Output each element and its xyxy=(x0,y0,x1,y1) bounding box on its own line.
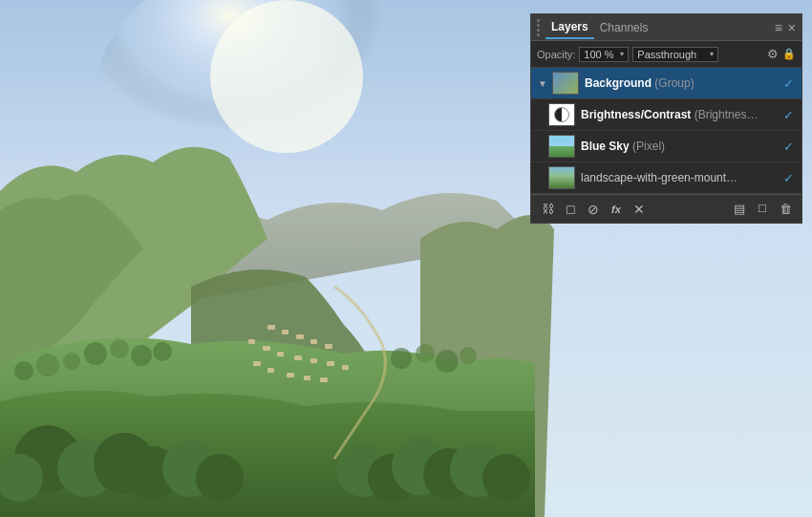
opacity-label: Opacity: xyxy=(537,49,575,60)
adjustment-icon: ⊘ xyxy=(588,202,599,217)
layer-item-blue-sky[interactable]: Blue Sky (Pixel) ✓ xyxy=(531,131,801,162)
layer-type-sky: (Pixel) xyxy=(632,140,665,153)
layer-visibility-brightness[interactable]: ✓ xyxy=(780,107,796,122)
toolbar-right: ▤ ☐ 🗑 xyxy=(729,199,796,220)
add-color-button[interactable]: ✕ xyxy=(629,199,650,220)
mask-icon: ◻ xyxy=(566,202,576,216)
layer-name-bold: Background xyxy=(585,76,652,90)
layers-list: ▼ Background (Group) ✓ Brightness/Contra… xyxy=(531,68,801,194)
layer-name-landscape-text: landscape-with-green-mount… xyxy=(581,171,737,184)
tab-channels[interactable]: Channels xyxy=(594,17,654,38)
add-adjustment-button[interactable]: ⊘ xyxy=(583,199,604,220)
panel-grip xyxy=(537,19,540,36)
layers-panel: Layers Channels ≡ × Opacity: 100 % ▾ Pas… xyxy=(530,13,802,224)
layer-thumb-brightness xyxy=(548,103,575,126)
trash-icon: 🗑 xyxy=(780,202,792,216)
opacity-row: Opacity: 100 % ▾ Passthrough ▾ ⚙ 🔒 xyxy=(531,41,801,68)
panel-close-icon[interactable]: × xyxy=(788,20,796,35)
layer-name-background-group: Background (Group) xyxy=(585,76,777,90)
delete-layer-button[interactable]: 🗑 xyxy=(775,199,796,220)
panel-tab-bar: Layers Channels ≡ × xyxy=(531,14,801,41)
layer-thumb-background-group xyxy=(552,72,579,95)
panel-controls-right: ≡ × xyxy=(775,20,796,35)
layer-item-landscape[interactable]: landscape-with-green-mount… ✓ xyxy=(531,162,801,194)
blend-mode-arrow-icon: ▾ xyxy=(710,50,714,58)
opacity-arrow-icon: ▾ xyxy=(620,50,624,58)
layer-expand-arrow[interactable]: ▼ xyxy=(537,76,550,90)
opacity-dropdown[interactable]: 100 % ▾ xyxy=(579,47,629,62)
panel-icons-right: ⚙ 🔒 xyxy=(767,47,796,61)
color-icon: ✕ xyxy=(633,202,645,217)
layer-thumb-landscape xyxy=(548,166,575,189)
panel-toolbar: ⛓ ◻ ⊘ fx ✕ ▤ ☐ 🗑 xyxy=(531,194,801,223)
group-expand-icon: ▼ xyxy=(538,78,547,89)
add-mask-button[interactable]: ◻ xyxy=(560,199,581,220)
folder-icon: ▤ xyxy=(734,202,745,216)
layer-visibility-sky[interactable]: ✓ xyxy=(780,139,796,154)
layer-name-brightness: Brightness/Contrast (Brightnes… xyxy=(581,108,777,121)
tab-layers[interactable]: Layers xyxy=(545,16,594,39)
fx-icon: fx xyxy=(611,204,621,215)
layer-name-sky: Blue Sky (Pixel) xyxy=(581,140,777,153)
layer-type-brightness: (Brightnes… xyxy=(694,108,759,121)
opacity-value-text: 100 % xyxy=(584,49,613,60)
layer-name-bold-brightness: Brightness/Contrast xyxy=(581,108,691,121)
new-layer-button[interactable]: ☐ xyxy=(752,199,773,220)
settings-icon[interactable]: ⚙ xyxy=(767,47,779,61)
layer-visibility-landscape[interactable]: ✓ xyxy=(780,170,796,185)
visibility-check-sky-icon: ✓ xyxy=(783,140,794,154)
layer-thumb-sky xyxy=(548,135,575,158)
layer-name-bold-sky: Blue Sky xyxy=(581,140,630,153)
link-icon: ⛓ xyxy=(542,202,554,216)
blend-mode-dropdown[interactable]: Passthrough ▾ xyxy=(632,47,718,62)
lock-icon[interactable]: 🔒 xyxy=(782,48,796,60)
panel-menu-icon[interactable]: ≡ xyxy=(775,20,782,35)
new-layer-icon: ☐ xyxy=(758,203,767,215)
layer-visibility-background-group[interactable]: ✓ xyxy=(780,75,796,91)
visibility-check-icon: ✓ xyxy=(783,76,794,91)
visibility-check-landscape-icon: ✓ xyxy=(783,171,794,185)
visibility-check-brightness-icon: ✓ xyxy=(783,108,794,122)
add-style-button[interactable]: fx xyxy=(606,199,627,220)
blend-mode-text: Passthrough xyxy=(637,49,696,60)
link-layers-button[interactable]: ⛓ xyxy=(537,199,558,220)
layer-item-brightness-contrast[interactable]: Brightness/Contrast (Brightnes… ✓ xyxy=(531,99,801,131)
layer-name-landscape: landscape-with-green-mount… xyxy=(581,171,777,184)
layer-item-background-group[interactable]: ▼ Background (Group) ✓ xyxy=(531,68,801,99)
new-group-button[interactable]: ▤ xyxy=(729,199,750,220)
layer-type-group: (Group) xyxy=(654,76,694,90)
